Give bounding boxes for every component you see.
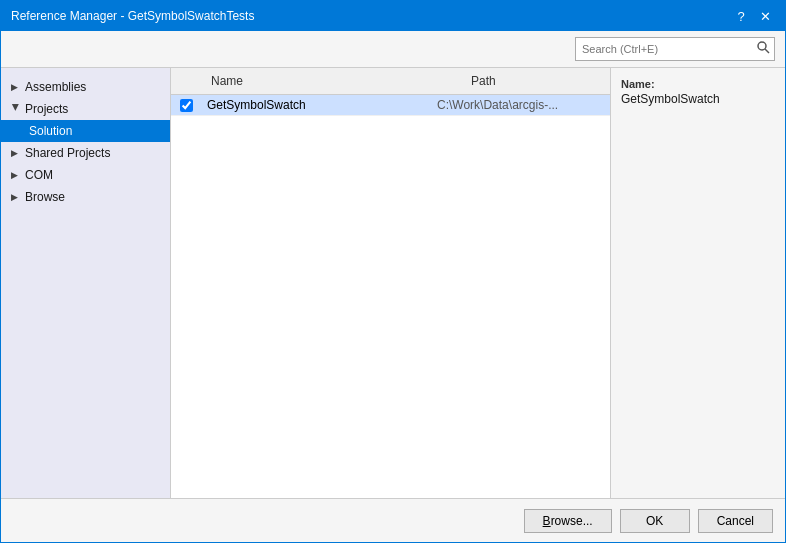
dialog-title: Reference Manager - GetSymbolSwatchTests — [11, 9, 254, 23]
search-input-wrap — [575, 37, 775, 61]
search-input[interactable] — [576, 43, 753, 55]
svg-point-0 — [758, 42, 766, 50]
sidebar-label-assemblies: Assemblies — [25, 80, 86, 94]
sidebar-item-browse[interactable]: ▶ Browse — [1, 186, 170, 208]
sidebar: ▶ Assemblies ▶ Projects Solution ▶ Share… — [1, 68, 171, 498]
title-bar: Reference Manager - GetSymbolSwatchTests… — [1, 1, 785, 31]
detail-panel: Name: GetSymbolSwatch — [610, 68, 785, 498]
ok-button[interactable]: OK — [620, 509, 690, 533]
chevron-icon-browse: ▶ — [11, 192, 21, 202]
search-icon-button[interactable] — [753, 41, 774, 57]
sidebar-item-solution[interactable]: Solution — [1, 120, 170, 142]
sidebar-label-com: COM — [25, 168, 53, 182]
reference-manager-dialog: Reference Manager - GetSymbolSwatchTests… — [0, 0, 786, 543]
browse-label: Browse... — [543, 514, 593, 528]
footer: Browse... OK Cancel — [1, 498, 785, 542]
sidebar-item-shared-projects[interactable]: ▶ Shared Projects — [1, 142, 170, 164]
help-button[interactable]: ? — [731, 6, 751, 26]
chevron-icon-projects: ▶ — [11, 104, 21, 114]
search-icon — [757, 41, 770, 54]
browse-button[interactable]: Browse... — [524, 509, 612, 533]
sidebar-label-shared-projects: Shared Projects — [25, 146, 110, 160]
sidebar-item-com[interactable]: ▶ COM — [1, 164, 170, 186]
chevron-icon-com: ▶ — [11, 170, 21, 180]
cell-name: GetSymbolSwatch — [201, 98, 431, 112]
table-header: Name Path — [171, 68, 610, 95]
main-panel: Name Path GetSymbolSwatch C:\Work\Data\a… — [171, 68, 610, 498]
title-bar-buttons: ? ✕ — [731, 6, 775, 26]
sidebar-label-browse: Browse — [25, 190, 65, 204]
table-body: GetSymbolSwatch C:\Work\Data\arcgis-... — [171, 95, 610, 498]
table-row[interactable]: GetSymbolSwatch C:\Work\Data\arcgis-... — [171, 95, 610, 116]
cancel-button[interactable]: Cancel — [698, 509, 773, 533]
sidebar-label-projects: Projects — [25, 102, 68, 116]
detail-value: GetSymbolSwatch — [621, 92, 775, 106]
sidebar-item-projects[interactable]: ▶ Projects — [1, 98, 170, 120]
cell-path: C:\Work\Data\arcgis-... — [431, 98, 610, 112]
sidebar-item-assemblies[interactable]: ▶ Assemblies — [1, 76, 170, 98]
cell-checkbox[interactable] — [171, 99, 201, 112]
dialog-body: ▶ Assemblies ▶ Projects Solution ▶ Share… — [1, 68, 785, 498]
chevron-icon-shared: ▶ — [11, 148, 21, 158]
sidebar-label-solution: Solution — [29, 124, 72, 138]
search-bar — [1, 31, 785, 68]
chevron-icon: ▶ — [11, 82, 21, 92]
svg-line-1 — [765, 49, 769, 53]
detail-label: Name: — [621, 78, 775, 90]
close-button[interactable]: ✕ — [755, 6, 775, 26]
col-header-path: Path — [461, 72, 610, 90]
row-checkbox[interactable] — [180, 99, 193, 112]
col-header-name: Name — [201, 72, 461, 90]
